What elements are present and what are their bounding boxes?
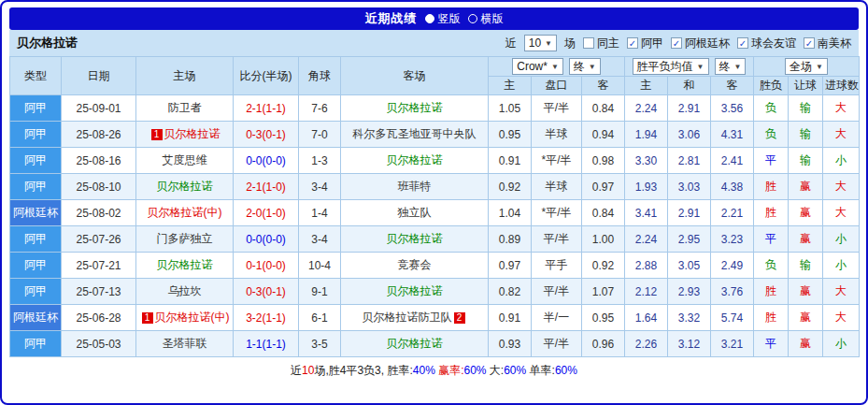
league-type-cell: 阿甲 — [10, 279, 62, 305]
away-team-name[interactable]: 贝尔格拉诺 — [387, 337, 443, 350]
away-team-name[interactable]: 竞赛会 — [398, 258, 432, 271]
scope-select[interactable]: 全场 ▼ — [785, 58, 828, 75]
chevron-down-icon: ▼ — [734, 63, 742, 71]
home-team-name[interactable]: 圣塔菲联 — [163, 337, 207, 350]
match-count-value: 10 — [529, 36, 541, 50]
home-team-cell: 圣塔菲联 — [136, 331, 234, 357]
home-team-cell: 贝尔格拉诺 — [136, 174, 234, 200]
subheader-let: 让球 — [789, 77, 823, 95]
result-handicap: 输 — [789, 253, 823, 279]
score-cell[interactable]: 0-0(0-0) — [234, 148, 299, 174]
score-cell[interactable]: 2-0(1-0) — [234, 200, 299, 226]
away-team-name[interactable]: 科尔多瓦圣地亚哥中央队 — [353, 127, 477, 140]
avg-final-select[interactable]: 终 ▼ — [715, 58, 747, 75]
radio-vertical-layout[interactable]: 竖版 — [425, 11, 461, 27]
score-cell[interactable]: 0-3(0-1) — [234, 122, 299, 148]
match-count-select[interactable]: 10 ▼ — [524, 35, 557, 51]
header-away: 客场 — [341, 57, 489, 95]
away-team-name[interactable]: 独立队 — [398, 206, 432, 219]
away-team-name[interactable]: 贝尔格拉诺 — [387, 284, 443, 297]
result-goals: 大 — [823, 95, 860, 122]
avg-select[interactable]: 胜平负均值 ▼ — [633, 58, 709, 75]
checkbox-icon[interactable] — [737, 37, 748, 49]
home-team-name[interactable]: 艾度思维 — [163, 153, 207, 166]
filter-checkbox-cup[interactable]: 阿根廷杯 — [671, 36, 730, 51]
avg-draw-value: 3.06 — [668, 122, 711, 148]
filter-checkbox-friendly[interactable]: 球会友谊 — [737, 36, 796, 51]
odds-final-select[interactable]: 终 ▼ — [569, 58, 601, 75]
summary-segment: 40% — [413, 364, 435, 377]
avg-lose-value: 4.31 — [711, 122, 754, 148]
result-goals: 大 — [823, 200, 860, 226]
avg-win-value: 2.88 — [625, 253, 668, 279]
summary-segment: 60% — [555, 364, 577, 377]
match-date: 25-08-26 — [62, 122, 136, 148]
result-goals: 大 — [823, 122, 860, 148]
odds-handicap-value: 平手 — [532, 253, 582, 279]
score-cell[interactable]: 1-1(1-1) — [234, 331, 299, 357]
home-team-cell: 门多萨独立 — [136, 226, 234, 253]
subheader-handicap: 盘口 — [532, 77, 582, 95]
away-team-name[interactable]: 贝尔格拉诺 — [387, 232, 443, 245]
league-type-cell: 阿根廷杯 — [10, 305, 62, 331]
match-tbody: 阿甲 25-09-01 防卫者 2-1(1-1) 7-6 贝尔格拉诺 1.05 … — [10, 95, 860, 357]
odds-home-value: 0.91 — [489, 148, 532, 174]
red-card-badge: 1 — [142, 312, 153, 324]
home-team-name[interactable]: 贝尔格拉诺 — [157, 258, 213, 271]
score-cell[interactable]: 0-0(0-0) — [234, 226, 299, 253]
home-team-name[interactable]: 防卫者 — [168, 101, 202, 114]
radio-button-icon[interactable] — [425, 14, 434, 23]
score-cell[interactable]: 3-2(1-1) — [234, 305, 299, 331]
result-handicap: 赢 — [789, 305, 823, 331]
home-team-name[interactable]: 门多萨独立 — [157, 232, 213, 245]
away-team-name[interactable]: 贝尔格拉诺 — [387, 101, 443, 114]
filter-checkbox-same-home[interactable]: 同主 — [583, 36, 619, 51]
avg-draw-value: 2.91 — [668, 200, 711, 226]
avg-draw-value: 3.05 — [668, 253, 711, 279]
bookmaker-select[interactable]: Crow* ▼ — [512, 58, 563, 75]
away-team-cell: 贝尔格拉诺 — [341, 95, 489, 122]
avg-win-value: 3.41 — [625, 200, 668, 226]
match-date: 25-08-02 — [62, 200, 136, 226]
score-cell[interactable]: 2-1(1-1) — [234, 95, 299, 122]
home-team-name[interactable]: 贝尔格拉诺 — [164, 127, 221, 140]
result-outcome: 胜 — [754, 305, 789, 331]
odds-away-value: 0.97 — [582, 174, 625, 200]
scope-group-header: 全场 ▼ — [754, 57, 860, 77]
radio-button-icon[interactable] — [468, 14, 477, 23]
home-team-name[interactable]: 贝尔格拉诺(中) — [155, 311, 230, 324]
away-team-cell: 贝尔格拉诺 — [341, 148, 489, 174]
match-date: 25-07-26 — [62, 226, 136, 253]
checkbox-icon[interactable] — [804, 37, 815, 49]
checkbox-icon[interactable] — [627, 37, 638, 49]
summary-segment: 大: — [487, 363, 505, 379]
filter-checkbox-league[interactable]: 阿甲 — [627, 36, 663, 51]
header-home: 主场 — [136, 57, 234, 95]
avg-lose-value: 3.76 — [711, 279, 754, 305]
odds-away-value: 1.07 — [582, 279, 625, 305]
score-cell[interactable]: 2-1(1-0) — [234, 174, 299, 200]
odds-home-value: 0.91 — [489, 305, 532, 331]
chevron-down-icon: ▼ — [589, 63, 596, 71]
radio-horizontal-layout[interactable]: 横版 — [468, 11, 504, 27]
checkbox-icon[interactable] — [671, 37, 682, 49]
score-cell[interactable]: 0-3(0-1) — [234, 279, 299, 305]
home-team-name[interactable]: 贝尔格拉诺(中) — [148, 206, 222, 219]
away-team-name[interactable]: 贝尔格拉诺 — [387, 153, 443, 166]
odds-away-value: 1.00 — [582, 226, 625, 253]
odds-handicap-value: 半球 — [532, 174, 582, 200]
red-card-badge: 1 — [151, 129, 163, 140]
avg-lose-value: 2.41 — [711, 148, 754, 174]
away-team-name[interactable]: 贝尔格拉诺防卫队 — [363, 311, 452, 324]
checkbox-icon[interactable] — [583, 37, 594, 49]
result-handicap: 赢 — [789, 331, 823, 357]
score-cell[interactable]: 0-1(0-0) — [234, 253, 299, 279]
away-team-name[interactable]: 班菲特 — [398, 180, 432, 193]
filter-checkbox-copa[interactable]: 南美杯 — [804, 36, 851, 51]
home-team-cell: 乌拉坎 — [136, 279, 234, 305]
odds-away-value: 0.95 — [582, 305, 625, 331]
home-team-name[interactable]: 贝尔格拉诺 — [157, 180, 213, 193]
odds-home-value: 0.92 — [489, 174, 532, 200]
near-label: 近 — [505, 36, 517, 51]
home-team-name[interactable]: 乌拉坎 — [168, 284, 202, 297]
